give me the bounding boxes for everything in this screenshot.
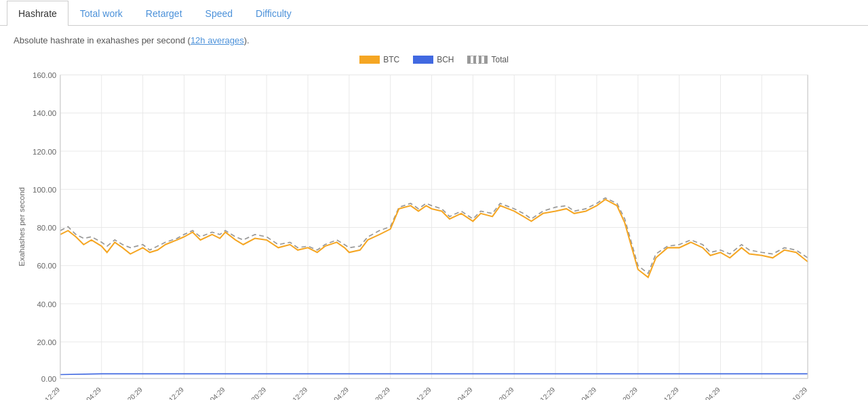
tab-hashrate[interactable]: Hashrate [7,1,68,26]
svg-text:May, 10 20:29: May, 10 20:29 [479,386,515,400]
legend-btc: BTC [359,55,399,64]
svg-text:140.00: 140.00 [33,109,56,117]
svg-text:May, 09 04:29: May, 09 04:29 [437,386,474,400]
svg-text:May, 19 04:29: May, 19 04:29 [685,386,722,400]
tab-bar: Hashrate Total work Retarget Speed Diffi… [0,0,868,26]
svg-text:May, 14 04:29: May, 14 04:29 [561,386,598,400]
btc-color-swatch [359,56,380,64]
svg-text:May, 12 12:29: May, 12 12:29 [520,386,557,400]
tab-totalwork[interactable]: Total work [68,1,134,26]
chart-legend: BTC BCH Total [0,55,868,64]
svg-text:Apr, 29 04:29: Apr, 29 04:29 [191,386,226,400]
svg-text:Apr, 22 12:29: Apr, 22 12:29 [26,386,61,400]
svg-text:160.00: 160.00 [33,71,56,79]
legend-total: Total [467,55,508,64]
svg-text:100.00: 100.00 [33,186,56,194]
chart-subtitle: Absolute hashrate in exahashes per secon… [0,26,868,51]
svg-text:May, 05 20:29: May, 05 20:29 [355,386,392,400]
main-chart: 160.00 140.00 120.00 100.00 80.00 60.00 … [14,67,854,400]
bch-color-swatch [413,56,433,64]
total-color-swatch [467,56,488,64]
svg-text:Apr, 30 20:29: Apr, 30 20:29 [233,386,267,400]
svg-text:May, 07 12:29: May, 07 12:29 [396,386,433,400]
svg-text:0.00: 0.00 [41,375,56,383]
svg-text:Exahashes per second: Exahashes per second [18,187,26,266]
svg-text:May, 04 04:29: May, 04 04:29 [314,386,351,400]
svg-text:120.00: 120.00 [33,148,56,156]
svg-text:May, 02 12:29: May, 02 12:29 [273,386,309,400]
tab-retarget[interactable]: Retarget [134,1,194,26]
tab-speed[interactable]: Speed [194,1,244,26]
svg-text:May, 15 20:29: May, 15 20:29 [603,386,639,400]
total-label: Total [491,55,508,64]
tab-difficulty[interactable]: Difficulty [244,1,303,26]
svg-text:Apr, 25 20:29: Apr, 25 20:29 [109,386,144,400]
svg-text:80.00: 80.00 [37,224,56,232]
bch-label: BCH [437,55,454,64]
legend-bch: BCH [413,55,454,64]
svg-rect-0 [60,75,808,378]
btc-label: BTC [383,55,399,64]
svg-text:Apr, 27 12:29: Apr, 27 12:29 [151,386,185,400]
svg-text:May, 22 10:29: May, 22 10:29 [772,386,809,400]
svg-text:May, 17 12:29: May, 17 12:29 [644,386,681,400]
svg-text:Apr, 24 04:29: Apr, 24 04:29 [68,386,102,400]
averages-link[interactable]: 12h averages [191,35,244,45]
svg-text:20.00: 20.00 [37,338,56,346]
chart-area: 160.00 140.00 120.00 100.00 80.00 60.00 … [14,67,854,400]
svg-text:40.00: 40.00 [37,300,56,308]
svg-text:60.00: 60.00 [37,262,56,270]
